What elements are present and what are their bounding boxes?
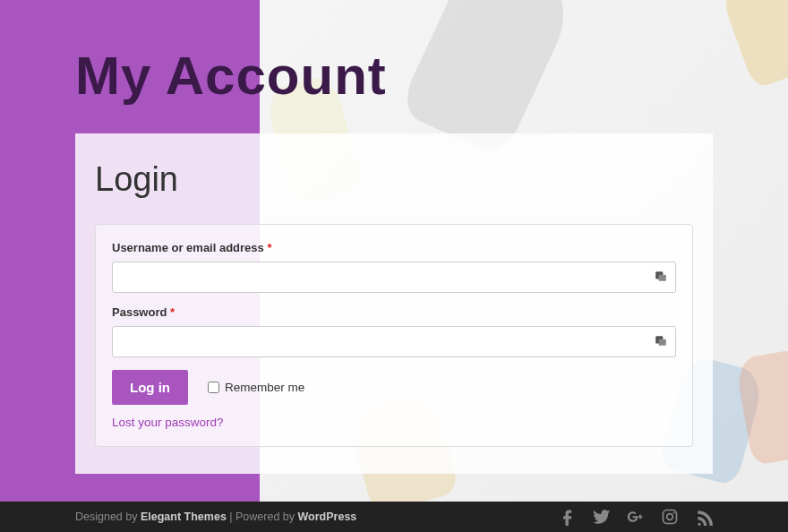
facebook-icon[interactable] <box>559 508 577 526</box>
username-row: Username or email address * <box>112 241 676 293</box>
footer-designer-link[interactable]: Elegant Themes <box>141 511 227 523</box>
login-card: Login Username or email address * Passwo… <box>75 133 713 474</box>
required-mark: * <box>267 241 271 254</box>
footer-credits: Designed by Elegant Themes | Powered by … <box>75 511 356 523</box>
username-label: Username or email address * <box>112 241 676 254</box>
password-label-text: Password <box>112 305 170 319</box>
username-label-text: Username or email address <box>112 241 267 254</box>
remember-label: Remember me <box>225 381 304 394</box>
username-input[interactable] <box>112 262 676 293</box>
footer-platform-link[interactable]: WordPress <box>298 511 357 523</box>
instagram-icon[interactable] <box>661 508 679 526</box>
remember-me[interactable]: Remember me <box>208 381 304 394</box>
page-title: My Account <box>0 0 788 133</box>
svg-point-5 <box>667 514 673 520</box>
login-actions: Log in Remember me <box>112 370 676 405</box>
password-label: Password * <box>112 305 676 319</box>
footer-designed-by: Designed by <box>75 511 141 523</box>
social-icons <box>559 508 713 526</box>
login-form-box: Username or email address * Password * <box>95 224 693 447</box>
twitter-icon[interactable] <box>593 508 611 526</box>
password-row: Password * <box>112 305 676 357</box>
footer-separator: | Powered by <box>227 511 298 523</box>
google-plus-icon[interactable] <box>627 508 645 526</box>
password-input[interactable] <box>112 326 676 357</box>
svg-point-6 <box>673 511 675 513</box>
required-mark: * <box>170 305 175 319</box>
lost-password-link[interactable]: Lost your password? <box>112 416 224 429</box>
login-button[interactable]: Log in <box>112 370 188 405</box>
remember-checkbox[interactable] <box>208 382 219 393</box>
login-heading: Login <box>95 160 693 199</box>
footer: Designed by Elegant Themes | Powered by … <box>0 502 788 532</box>
rss-icon[interactable] <box>695 508 713 526</box>
